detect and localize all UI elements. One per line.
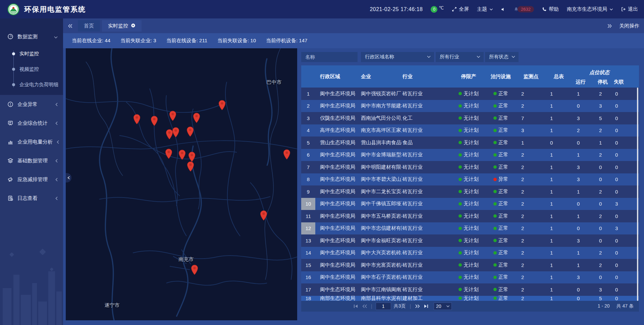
table-row-16[interactable]: 16阆中生态环境局阆中市石子页岩机砖厂砖瓦行业无计划正常21300 — [301, 271, 639, 284]
status-dot — [459, 141, 462, 144]
table-row-15[interactable]: 15阆中生态环境局阆中市光富页岩机砖厂砖瓦行业无计划正常21120 — [301, 259, 639, 271]
last-page-button[interactable] — [422, 303, 430, 310]
status-filter-select[interactable]: 所有状态 — [485, 52, 519, 62]
sidebar-item-5[interactable]: 应急减排管理 — [0, 170, 63, 189]
sidebar-subitem-0-2[interactable]: 企业电力负荷明细 — [0, 77, 63, 92]
table-row-17[interactable]: 17阆中生态环境局阆中市江南镇阆南页岩砖瓦行业无计划正常21030 — [301, 283, 639, 296]
first-page-button[interactable] — [352, 303, 360, 310]
notification-bell[interactable]: 2632 — [514, 6, 534, 12]
map-pin-10[interactable] — [188, 152, 196, 162]
tabs-scroll-left-button[interactable] — [65, 20, 75, 31]
close-operations-button[interactable]: 关闭操作 — [619, 23, 639, 29]
sidebar-subitem-0-0[interactable]: 实时监控 — [0, 46, 63, 61]
help-button[interactable]: 帮助 — [542, 6, 559, 12]
table-row-11[interactable]: 11阆中生态环境局阆中市五马桥页岩机砖砖瓦行业无计划正常21120 — [301, 210, 639, 222]
cell-company: 阆中市石子页岩机砖厂 — [359, 271, 402, 284]
voice-toggle-button[interactable] — [501, 7, 505, 12]
table-row-4[interactable]: 4高坪生态环境局南充市高坪区王家店建砖瓦行业无计划正常31220 — [301, 124, 639, 137]
map-pin-3[interactable] — [193, 113, 200, 123]
cell-meter: 1 — [545, 112, 572, 124]
table-row-5[interactable]: 5营山生态环境局营山县润丰肉食品有限食品无计划正常10010 — [301, 137, 639, 149]
cell-limit-status: 无计划 — [452, 124, 485, 137]
table-scrollbar[interactable] — [637, 88, 638, 301]
chevron-left-icon — [55, 158, 58, 164]
cell-region: 阆中生态环境局 — [315, 173, 359, 186]
cell-company: 阆中市忠信建材有限公 — [359, 222, 402, 235]
city-label: 遂宁市 — [105, 302, 120, 309]
prev-page-button[interactable] — [360, 303, 369, 310]
tab-1[interactable]: 实时监控 — [102, 20, 142, 32]
table-row-7[interactable]: 7阆中生态环境局阆中明阳建材有限公司砖瓦行业无计划正常21300 — [301, 161, 639, 173]
cell-stop: 0 — [594, 161, 610, 173]
table-row-9[interactable]: 9阆中生态环境局阆中市二龙长宝页岩砖砖瓦行业无计划正常21120 — [301, 185, 639, 198]
table-row-8[interactable]: 8阆中生态环境局阆中市枣碧大梁山页岩砖瓦行业无计划异常21300 — [301, 173, 639, 186]
next-page-button[interactable] — [413, 303, 422, 310]
logout-button[interactable]: 退出 — [621, 6, 638, 12]
sidebar-item-6[interactable]: 日志查看 — [0, 189, 63, 208]
tabs-scroll-right-button[interactable] — [604, 20, 614, 31]
cell-region: 阆中生态环境局 — [315, 271, 359, 284]
timeline-dot — [12, 52, 15, 55]
table-row-6[interactable]: 6阆中生态环境局阆中市金博瑞新型墙材砖瓦行业无计划正常21120 — [301, 149, 639, 161]
map-pin-9[interactable] — [178, 150, 186, 160]
table-row-14[interactable]: 14阆中生态环境局阆中大兴页岩机砖厂砖瓦行业无计划正常21120 — [301, 247, 639, 259]
tab-close-icon[interactable] — [131, 23, 136, 29]
cell-industry: 砖瓦行业 — [402, 210, 452, 222]
table-row-12[interactable]: 12阆中生态环境局阆中市忠信建材有限公砖瓦行业无计划正常21003 — [301, 222, 639, 235]
map-pin-6[interactable] — [172, 127, 179, 138]
cell-company: 西南油气田分公司川中 — [359, 112, 402, 124]
stats-bar: 当前在线企业: 44当前失联企业: 3当前在线设备: 211当前失联设备: 10… — [63, 33, 644, 48]
map-pin-0[interactable] — [133, 114, 141, 124]
cell-run: 1 — [572, 185, 594, 198]
sidebar-item-1[interactable]: 企业异常 — [0, 95, 63, 114]
cell-limit-status: 无计划 — [452, 296, 485, 301]
sidebar-item-4[interactable]: 基础数据管理 — [0, 151, 63, 170]
table-row-18[interactable]: 18南部生态环境局南部县科华水泥有限公建材加工无计划正常21050 — [301, 296, 639, 301]
cell-stop: 3 — [594, 100, 610, 112]
map-pin-12[interactable] — [283, 149, 290, 160]
map-pin-13[interactable] — [260, 210, 267, 221]
cell-region: 营山生态环境局 — [315, 137, 359, 149]
table-row-1[interactable]: 1阆中生态环境局阆中强锐页岩砖厂砖瓦行业无计划正常21120 — [301, 88, 639, 100]
cell-company: 阆中大兴页岩机砖厂 — [359, 247, 402, 259]
cell-lost: 3 — [610, 198, 627, 210]
cell-limit-status: 无计划 — [452, 185, 485, 198]
double-chevron-left-icon — [68, 24, 73, 28]
map-pin-4[interactable] — [218, 100, 226, 110]
sidebar-subitem-0-1[interactable]: 视频监控 — [0, 61, 63, 77]
tab-0[interactable]: 首页 — [78, 20, 100, 32]
table-row-2[interactable]: 2阆中生态环境局阆中市南方节能建材有砖瓦行业无计划正常21030 — [301, 100, 639, 112]
cell-industry: 砖瓦行业 — [402, 247, 452, 259]
map-pin-2[interactable] — [169, 111, 176, 121]
table-row-3[interactable]: 3仪陇生态环境局西南油气田分公司川中化工无计划正常71350 — [301, 112, 639, 124]
chevron-down-icon — [610, 8, 613, 10]
map-panel[interactable]: 巴中市南充市遂宁市 — [66, 48, 297, 320]
user-menu[interactable]: 南充市生态环境局 — [567, 6, 613, 12]
status-dot — [459, 251, 462, 255]
theme-dropdown[interactable]: 主题 — [477, 6, 493, 12]
map-pin-7[interactable] — [186, 126, 194, 137]
map-pin-1[interactable] — [151, 116, 158, 126]
page-size-select[interactable]: 20 — [434, 303, 452, 310]
chevron-left-icon — [55, 196, 58, 201]
name-filter-input[interactable] — [301, 52, 358, 62]
sidebar-item-3[interactable]: 企业用电量分析 — [0, 132, 63, 151]
industry-filter-select[interactable]: 所有行业 — [436, 52, 484, 62]
map-pin-14[interactable] — [191, 265, 198, 275]
sidebar-item-2[interactable]: 企业综合统计 — [0, 114, 63, 132]
table-row-10[interactable]: 10阆中生态环境局阆中千佛镇五郎垭页岩砖瓦行业无计划正常21003 — [301, 198, 639, 210]
cell-meter: 1 — [545, 222, 572, 235]
cell-facility-status: 正常 — [485, 149, 517, 161]
page-number-input[interactable] — [376, 303, 391, 310]
cell-limit-status: 无计划 — [452, 234, 485, 247]
sidebar-item-0[interactable]: 数据监测 — [0, 27, 63, 46]
table-row-13[interactable]: 13阆中生态环境局阆中市金福旺页岩机砖砖瓦行业无计划正常21300 — [301, 234, 639, 247]
cell-lost: 0 — [610, 234, 627, 247]
map-pin-8[interactable] — [165, 149, 172, 159]
datetime-label: 2021-02-25 17:46:18 — [370, 6, 423, 12]
chevron-left-icon — [55, 177, 58, 182]
map-pin-11[interactable] — [187, 161, 194, 172]
fullscreen-button[interactable]: 全屏 — [452, 6, 469, 12]
cell-facility-status: 正常 — [485, 100, 517, 112]
region-filter-select[interactable]: 行政区域名称 — [361, 52, 434, 62]
